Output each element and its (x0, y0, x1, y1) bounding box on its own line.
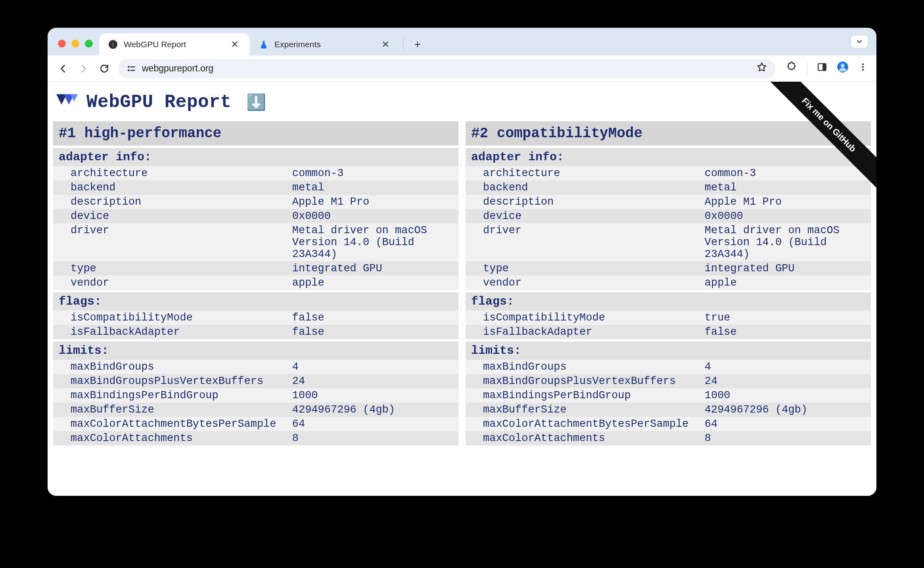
tab-separator (403, 38, 403, 50)
row-value: integrated GPU (701, 261, 871, 276)
table-row: typeintegrated GPU (466, 261, 871, 276)
table-row: maxBindGroups4 (466, 360, 871, 374)
svg-point-4 (128, 69, 130, 71)
url-field[interactable]: webgpureport.org (118, 59, 775, 78)
row-key: description (53, 195, 288, 209)
row-value: metal (701, 180, 871, 195)
forward-button[interactable] (77, 62, 90, 75)
table-row: architecturecommon-3 (53, 166, 458, 180)
row-value: apple (701, 276, 871, 290)
table-row: backendmetal (466, 180, 871, 195)
tab-title: Experiments (274, 40, 374, 49)
row-key: device (466, 209, 701, 223)
row-value: 64 (288, 417, 458, 431)
row-value: 4294967296 (4gb) (288, 403, 458, 417)
row-key: architecture (53, 166, 288, 180)
tab-title: WebGPU Report (124, 40, 223, 49)
row-key: maxColorAttachmentBytesPerSample (53, 417, 288, 431)
row-key: vendor (466, 276, 701, 290)
row-value: apple (288, 276, 458, 290)
row-key: maxBindingsPerBindGroup (466, 388, 701, 403)
table-row: maxBufferSize4294967296 (4gb) (53, 403, 458, 417)
back-button[interactable] (56, 62, 70, 75)
tab-favicon-icon: i (108, 39, 118, 50)
adapter-column: #2 compatibilityModeadapter info:archite… (466, 121, 871, 445)
row-value: true (701, 311, 871, 325)
row-key: isFallbackAdapter (53, 325, 288, 339)
page-content: WebGPU Report ⬇️ Fix me on GitHub #1 hig… (48, 82, 876, 496)
data-table: maxBindGroups4maxBindGroupsPlusVertexBuf… (53, 360, 458, 445)
row-key: maxColorAttachmentBytesPerSample (466, 417, 701, 431)
row-key: driver (466, 223, 701, 261)
site-info-icon[interactable] (126, 65, 136, 73)
table-row: isCompatibilityModefalse (53, 311, 458, 325)
row-key: maxColorAttachments (466, 431, 701, 445)
table-row: maxBindGroupsPlusVertexBuffers24 (466, 374, 871, 388)
section-title: adapter info: (466, 148, 871, 166)
svg-point-9 (841, 63, 845, 67)
row-value: 24 (288, 374, 458, 388)
table-row: architecturecommon-3 (466, 166, 871, 180)
toolbar-icons (782, 61, 868, 76)
adapter-heading: #2 compatibilityMode (466, 121, 871, 146)
row-value: 24 (701, 374, 871, 388)
table-row: descriptionApple M1 Pro (466, 195, 871, 209)
table-row: maxColorAttachmentBytesPerSample64 (53, 417, 458, 431)
row-value: 8 (701, 431, 871, 445)
svg-rect-7 (822, 63, 826, 70)
row-key: maxBufferSize (466, 403, 701, 417)
reload-button[interactable] (98, 62, 111, 75)
table-row: driverMetal driver on macOS Version 14.0… (466, 223, 871, 261)
data-table: architecturecommon-3backendmetaldescript… (466, 166, 871, 290)
window-minimize-button[interactable] (71, 40, 79, 48)
table-row: descriptionApple M1 Pro (53, 195, 458, 209)
row-key: type (53, 261, 288, 276)
row-key: vendor (53, 276, 288, 290)
row-key: backend (53, 180, 288, 195)
row-value: 8 (288, 431, 458, 445)
table-row: isCompatibilityModetrue (466, 311, 871, 325)
extensions-icon[interactable] (786, 61, 797, 75)
row-key: isCompatibilityMode (466, 311, 701, 325)
row-value: Metal driver on macOS Version 14.0 (Buil… (288, 223, 458, 261)
row-key: isFallbackAdapter (466, 325, 701, 339)
window-maximize-button[interactable] (85, 40, 93, 48)
bookmark-star-icon[interactable] (756, 61, 767, 75)
row-key: type (466, 261, 701, 276)
browser-window: i WebGPU Report ✕ Experiments ✕ + (48, 28, 876, 496)
row-value: metal (288, 180, 458, 195)
table-row: maxColorAttachments8 (53, 431, 458, 445)
tab-close-button[interactable]: ✕ (379, 38, 392, 51)
table-row: vendorapple (53, 276, 458, 290)
svg-point-10 (862, 63, 864, 65)
row-key: maxBindGroupsPlusVertexBuffers (53, 374, 288, 388)
row-value: 0x0000 (288, 209, 458, 223)
tabs-dropdown-button[interactable] (850, 35, 868, 48)
row-value: common-3 (288, 166, 458, 180)
row-value: false (288, 311, 458, 325)
row-value: Apple M1 Pro (701, 195, 871, 209)
row-key: backend (466, 180, 701, 195)
window-close-button[interactable] (58, 40, 66, 48)
row-key: driver (53, 223, 288, 261)
row-value: 0x0000 (701, 209, 871, 223)
tab-webgpu-report[interactable]: i WebGPU Report ✕ (99, 33, 250, 56)
row-value: Metal driver on macOS Version 14.0 (Buil… (701, 223, 871, 261)
table-row: maxBufferSize4294967296 (4gb) (466, 403, 871, 417)
kebab-menu-icon[interactable] (858, 62, 868, 75)
tab-experiments[interactable]: Experiments ✕ (250, 33, 401, 56)
table-row: maxBindGroups4 (53, 360, 458, 374)
page-header: WebGPU Report ⬇️ (48, 82, 876, 121)
tab-close-button[interactable]: ✕ (228, 38, 241, 51)
new-tab-button[interactable]: + (410, 36, 426, 52)
row-key: maxBufferSize (53, 403, 288, 417)
sidepanel-icon[interactable] (817, 62, 827, 75)
table-row: maxBindingsPerBindGroup1000 (53, 388, 458, 403)
table-row: maxBindGroupsPlusVertexBuffers24 (53, 374, 458, 388)
profile-avatar[interactable] (837, 61, 849, 76)
download-button[interactable]: ⬇️ (246, 93, 266, 112)
adapter-column: #1 high-performanceadapter info:architec… (53, 121, 458, 445)
adapter-heading: #1 high-performance (53, 121, 458, 146)
row-value: Apple M1 Pro (288, 195, 458, 209)
row-key: maxBindingsPerBindGroup (53, 388, 288, 403)
